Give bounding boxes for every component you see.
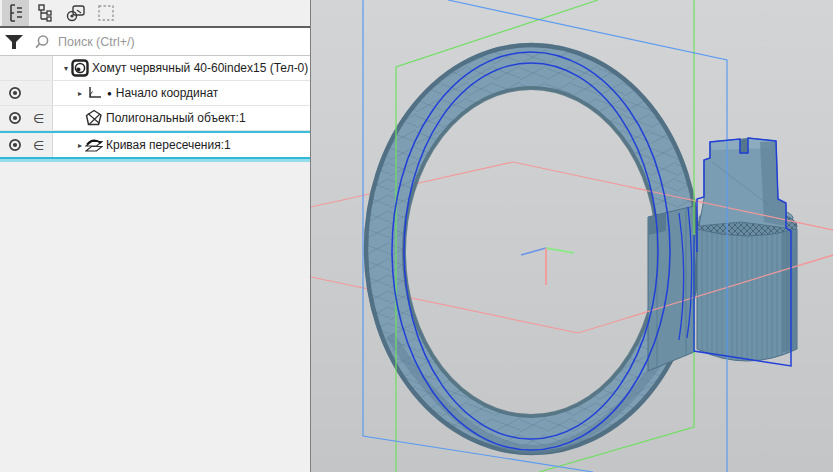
- tree-row-label: Хомут червячный 40-60index15 (Тел-0): [92, 61, 308, 75]
- tree-row-part[interactable]: ▾ Хомут червячный 40-60index15 (Тел-0): [0, 56, 310, 81]
- tree-hierarchy-button[interactable]: [32, 0, 59, 26]
- relations-icon: [65, 3, 87, 23]
- tree-row-intersection-curve[interactable]: ∈ ▸ Кривая пересечения:1: [0, 131, 310, 157]
- polygonal-object-icon: [85, 109, 103, 127]
- expander-icon[interactable]: ▸: [75, 141, 85, 150]
- expander-icon[interactable]: ▾: [61, 64, 71, 73]
- magnifier-icon: [34, 34, 50, 50]
- model-tree-structure-button[interactable]: [2, 0, 29, 26]
- tree-row-label: Кривая пересечения:1: [106, 138, 231, 152]
- membership-symbol: ∈: [33, 139, 44, 152]
- visibility-eye-icon[interactable]: [7, 110, 23, 126]
- marquee-selection-button[interactable]: [92, 0, 119, 26]
- origin-bullet: ●: [107, 89, 112, 98]
- tree-row-polygonal-object[interactable]: ∈ Полигональный объект:1: [0, 106, 310, 131]
- tree-row-origin[interactable]: ▸ ● Начало координат: [0, 81, 310, 106]
- coordinate-origin-icon: [85, 84, 103, 102]
- expander-icon[interactable]: ▸: [75, 89, 85, 98]
- tree-toolbar: [0, 0, 310, 28]
- tree-search-row: [0, 28, 310, 56]
- model-tree-panel: ▾ Хомут червячный 40-60index15 (Тел-0) ▸: [0, 0, 310, 472]
- row-gutter: [0, 81, 53, 105]
- tree-row-label: Начало координат: [116, 86, 219, 100]
- tree-hierarchy-icon: [36, 3, 56, 23]
- barrel-shade: [782, 230, 797, 352]
- search-input[interactable]: [56, 34, 310, 50]
- visibility-eye-icon[interactable]: [7, 137, 23, 153]
- relations-button[interactable]: [62, 0, 89, 26]
- selection-highlight-bar: [0, 157, 310, 162]
- screw-slot: [740, 138, 748, 153]
- kompas-3d-window: ▾ Хомут червячный 40-60index15 (Тел-0) ▸: [0, 0, 833, 472]
- row-gutter: ∈: [0, 133, 53, 157]
- membership-symbol: ∈: [33, 112, 44, 125]
- funnel-icon[interactable]: [3, 33, 25, 51]
- visibility-eye-icon[interactable]: [7, 85, 23, 101]
- part-body-icon: [71, 59, 89, 77]
- marquee-selection-icon: [96, 3, 116, 23]
- viewport-canvas: [311, 0, 833, 472]
- viewport-3d[interactable]: [310, 0, 833, 472]
- tree-row-label: Полигональный объект:1: [106, 111, 246, 125]
- model-tree-structure-icon: [6, 3, 26, 23]
- intersection-curve-icon: [85, 136, 103, 154]
- row-gutter: [0, 56, 53, 80]
- row-gutter: ∈: [0, 106, 53, 130]
